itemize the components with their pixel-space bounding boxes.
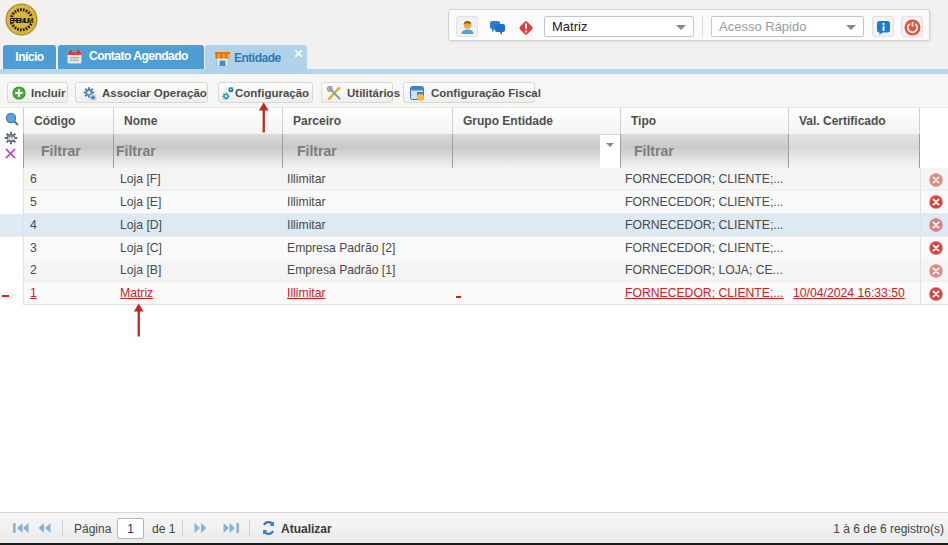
- svg-text:JAM: JAM: [7, 137, 14, 141]
- svg-text:PREMIUM: PREMIUM: [10, 16, 34, 25]
